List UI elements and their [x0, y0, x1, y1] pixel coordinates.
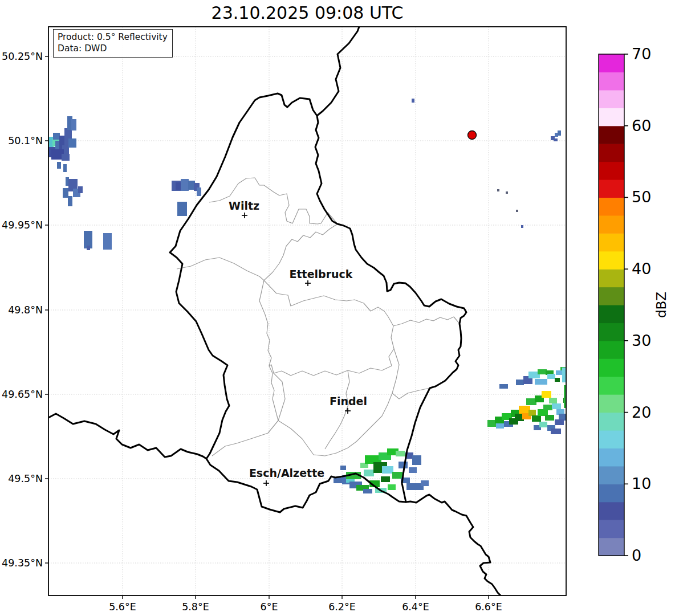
echo-cell [421, 480, 429, 486]
canton-border-center [264, 280, 394, 376]
canton-border-south-center [274, 373, 285, 421]
echo-cell [551, 429, 561, 434]
colorbar-tick-label: 30 [632, 332, 651, 349]
colorbar-segment [599, 341, 624, 359]
echo-cell [63, 188, 68, 198]
colorbar-tick-label: 50 [632, 188, 651, 206]
echo-cell [535, 379, 547, 385]
y-tick-label: 50.1°N [8, 135, 43, 146]
colorbar-segment [599, 215, 624, 234]
radar-site-dot [468, 131, 477, 140]
colorbar-segment [599, 413, 624, 431]
plot-title: 23.10.2025 09:08 UTC [212, 3, 404, 23]
x-tick-label: 5.6°E [109, 601, 136, 613]
echo-cell [78, 186, 83, 193]
colorbar-tick-label: 40 [632, 260, 651, 278]
echo-cell [382, 466, 393, 474]
echo-cell [68, 196, 72, 206]
colorbar-segment [599, 502, 624, 520]
city-label: Ettelbruck [290, 268, 353, 280]
y-tick-label: 49.8°N [8, 304, 43, 316]
echo-cell [388, 484, 396, 490]
x-tick-label: 6.2°E [328, 601, 356, 613]
colorbar-tick-label: 60 [632, 117, 651, 134]
colorbar-segment [599, 72, 624, 90]
echo-cell [506, 191, 508, 194]
country-border-luxembourg [170, 93, 466, 512]
city-label: Wiltz [229, 199, 259, 212]
country-border-france-germany [406, 495, 501, 595]
echo-cell [538, 369, 547, 374]
echo-cell [499, 384, 508, 389]
colorbar-segment [599, 233, 624, 251]
y-tick-label: 50.25°N [2, 51, 43, 62]
echo-cell [412, 99, 414, 103]
echo-cell [57, 162, 61, 169]
city-label: Esch/Alzette [249, 467, 324, 479]
colorbar-segment [599, 305, 624, 323]
y-tick-label: 49.5°N [8, 473, 43, 484]
echo-cell [181, 179, 189, 191]
y-tick-label: 49.35°N [2, 557, 43, 569]
colorbar-segment [599, 90, 624, 108]
echo-cell [364, 470, 374, 476]
echo-cell [516, 380, 524, 385]
echo-cell [528, 410, 536, 416]
echo-cell [497, 189, 499, 191]
colorbar: 010203040506070dBZ [599, 45, 669, 564]
canton-border-findel [325, 370, 349, 449]
colorbar-segment [599, 323, 624, 341]
echo-cell [554, 138, 558, 141]
x-tick-label: 6.4°E [402, 601, 429, 613]
radar-map-svg: 23.10.2025 09:08 UTC [0, 0, 675, 616]
echo-cell [521, 225, 523, 228]
echo-cell [542, 391, 551, 398]
colorbar-segment [599, 162, 624, 180]
canton-border-moselle [392, 388, 430, 399]
echo-cell [340, 466, 346, 470]
colorbar-segment [599, 466, 624, 484]
colorbar-tick-label: 20 [632, 403, 651, 421]
country-borders [48, 27, 501, 595]
colorbar-segment [599, 126, 624, 144]
echo-cell [197, 187, 201, 196]
axis-layer: 5.6°E5.8°E6°E6.2°E6.4°E6.6°E50.25°N50.1°… [2, 27, 566, 613]
echo-cell [558, 130, 561, 136]
city-markers: WiltzEttelbruckFindelEsch/Alzette [229, 131, 477, 487]
echo-cell [516, 210, 518, 212]
map-gridlines [48, 27, 566, 595]
echo-cell [177, 202, 187, 216]
colorbar-segment [599, 197, 624, 215]
colorbar-segment [599, 538, 624, 556]
echo-cell [363, 489, 372, 493]
colorbar-unit-label: dBZ [654, 292, 669, 318]
country-border-france-belgium [48, 414, 206, 459]
x-tick-label: 5.8°E [182, 601, 209, 613]
colorbar-segment [599, 430, 624, 448]
echo-cell [62, 154, 70, 161]
y-tick-label: 49.65°N [2, 389, 43, 400]
country-border-belgium-germany [317, 27, 359, 116]
echo-cell [396, 451, 405, 456]
canton-border-west [177, 258, 278, 456]
echo-cell [555, 378, 560, 382]
info-box-source: Data: DWD [58, 43, 168, 54]
city-label: Findel [330, 395, 367, 407]
echo-cell [381, 476, 390, 482]
colorbar-segment [599, 144, 624, 162]
echo-cell [547, 374, 555, 379]
echo-cell [496, 423, 504, 429]
colorbar-segment [599, 520, 624, 538]
echo-cell [71, 119, 76, 130]
echo-cell [539, 422, 547, 427]
colorbar-segment [599, 287, 624, 305]
echo-cell [552, 403, 561, 409]
colorbar-tick-label: 70 [632, 45, 651, 63]
colorbar-segment [599, 394, 624, 413]
echo-cell [409, 467, 417, 473]
x-tick-label: 6°E [261, 601, 278, 613]
echo-cell [545, 415, 554, 421]
colorbar-segment [599, 269, 624, 287]
echo-cell [87, 246, 90, 250]
radar-figure: 23.10.2025 09:08 UTC [0, 0, 675, 616]
